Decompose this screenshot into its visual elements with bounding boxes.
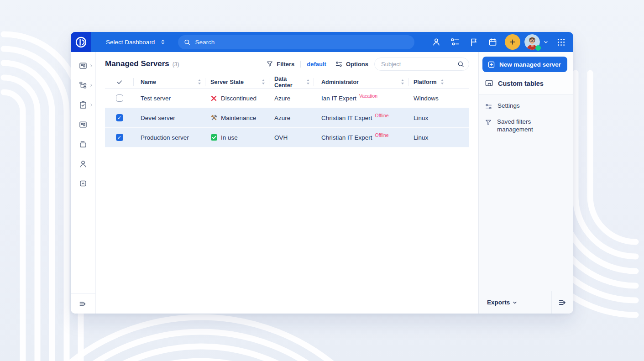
column-label: Data Center [274,76,306,89]
cell-server-state: In use [205,128,269,147]
app-logo[interactable] [71,32,91,52]
table-row[interactable]: Production server In use OVH Christian I… [105,128,469,147]
user-profile-button[interactable] [431,37,442,47]
sidebar-item-structure[interactable] [71,75,95,95]
sort-icon[interactable] [306,79,310,84]
sliders-icon [485,103,492,110]
column-header-server-state[interactable]: Server State [205,76,269,88]
column-header-administrator[interactable]: Administrator [314,76,408,88]
green-check-icon [210,134,217,141]
new-managed-server-label: New managed server [499,61,561,68]
saved-filters-management-button[interactable]: Saved filters management [485,118,567,134]
settings-button[interactable]: Settings [485,102,567,110]
state-label: Discontinued [221,95,257,102]
dashboard-selector[interactable]: Select Dashboard [106,38,166,46]
topbar-actions [423,34,573,50]
cell-name: Test server [134,89,205,108]
panel-collapse-button[interactable] [552,291,573,314]
administrator-name: Christian IT Expert [321,115,372,121]
select-all-header[interactable] [105,76,134,88]
sidebar-item-collapse-panel[interactable] [71,173,95,193]
column-label: Name [141,79,156,85]
chevron-right-icon [89,103,93,107]
funnel-icon [485,119,492,126]
column-header-name[interactable]: Name [134,76,205,88]
panel-footer: Exports [479,291,573,314]
avatar[interactable] [524,34,540,50]
column-header-data-center[interactable]: Data Center [269,76,314,88]
sort-icon[interactable] [262,79,265,84]
topbar: Select Dashboard [71,32,573,52]
search-icon[interactable] [457,60,465,68]
row-checkbox[interactable] [116,114,123,121]
state-label: In use [221,134,238,141]
flag-icon [469,37,479,47]
global-search[interactable] [178,35,414,49]
column-header-empty [448,76,469,88]
cell-platform: Linux [408,128,448,147]
filters-label: Filters [277,61,294,68]
sort-icon[interactable] [401,79,404,84]
custom-tables-button[interactable]: Custom tables [485,79,567,88]
sidebar-item-archive[interactable] [71,134,95,154]
hierarchy-icon [79,81,88,90]
cards-icon [79,120,88,129]
subject-search-input[interactable] [374,58,469,71]
cell-platform: Windows [408,89,448,108]
cell-data-center: OVH [269,128,314,147]
sidebar-item-users[interactable] [71,154,95,173]
sort-icon[interactable] [440,79,444,84]
apps-grid-button[interactable] [556,37,566,47]
drawer-icon [79,140,88,149]
avatar-menu-button[interactable] [543,39,549,45]
quick-add-button[interactable] [505,34,520,50]
cell-administrator: Ian IT Expert Vacation [314,89,408,108]
filter-preset-link[interactable]: default [307,61,326,68]
options-button[interactable]: Options [335,60,368,68]
options-label: Options [346,61,368,68]
arrow-right-lines-icon [79,299,88,309]
calendar-icon [488,37,497,47]
administrator-name: Ian IT Expert [321,95,356,102]
tasks-button[interactable] [450,37,461,47]
chevron-right-icon [89,64,93,68]
state-label: Maintenance [221,115,256,121]
column-header-platform[interactable]: Platform [408,76,448,88]
calendar-button[interactable] [487,37,498,47]
cell-name: Devel server [134,108,205,127]
record-count: (3) [173,61,179,68]
person-icon [431,37,441,47]
main-content: Managed Servers (3) Filters default [96,52,478,314]
custom-tables-label: Custom tables [498,80,544,87]
global-search-input[interactable] [195,39,409,46]
new-managed-server-button[interactable]: New managed server [482,57,567,72]
sidebar-item-tasks[interactable] [71,95,95,115]
administrator-status-badge: Offline [375,132,389,138]
sort-icon[interactable] [198,79,201,84]
custom-tables-icon [485,79,493,88]
sidebar-expand-button[interactable] [71,293,95,314]
settings-label: Settings [497,102,520,110]
chevron-down-icon [512,300,518,305]
sidebar-item-panels[interactable] [71,115,95,134]
online-status-dot [535,45,541,51]
filters-button[interactable]: Filters [266,60,294,68]
check-icon [116,79,123,85]
grid-dots-icon [556,37,566,47]
cell-platform: Linux [408,108,448,127]
row-checkbox[interactable] [116,94,123,102]
flag-button[interactable] [468,37,479,47]
tasks-list-icon [450,37,460,47]
cell-server-state: Discontinued [205,89,269,108]
servers-table: Name Server State Data Center Administra… [105,76,469,147]
exports-button[interactable]: Exports [479,291,552,314]
column-label: Server State [210,79,244,85]
table-row[interactable]: Test server Discontinued Azure Ian IT Ex… [105,89,469,108]
table-row[interactable]: Devel server Maintenance Azure [105,108,469,128]
plus-square-icon [487,61,495,68]
row-checkbox[interactable] [116,134,123,141]
sidebar-item-dashboards[interactable] [71,56,95,75]
chevron-down-icon [543,39,549,45]
unfold-icon [160,38,166,46]
dashboard-selector-label: Select Dashboard [106,39,155,46]
